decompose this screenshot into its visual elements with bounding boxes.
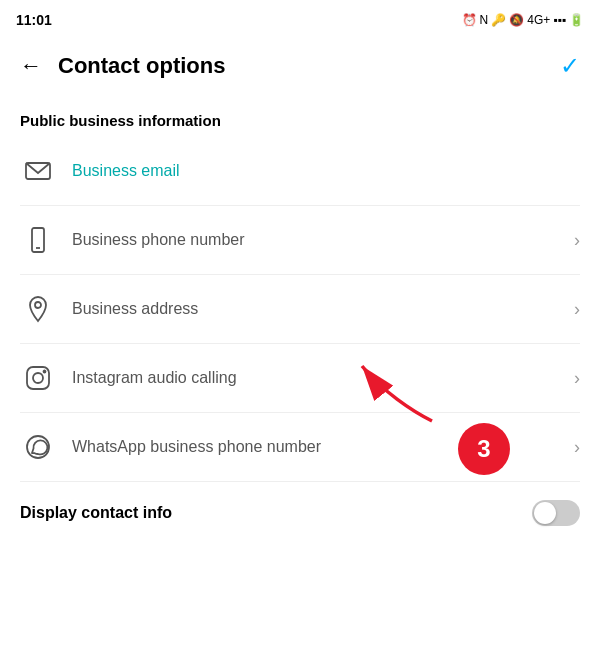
chevron-right-icon: ›: [574, 230, 580, 251]
confirm-button[interactable]: ✓: [560, 52, 580, 80]
status-time: 11:01: [16, 12, 52, 28]
display-contact-info-row[interactable]: Display contact info: [0, 482, 600, 544]
annotation-arrow: [352, 351, 452, 435]
status-icons: ⏰ N 🔑 🔕 4G+ ▪▪▪ 🔋: [462, 13, 584, 27]
toggle-thumb: [534, 502, 556, 524]
instagram-audio-label: Instagram audio calling: [72, 369, 574, 387]
section-label-public: Public business information: [0, 96, 600, 137]
list-item-business-email[interactable]: Business email: [0, 137, 600, 205]
annotation-number-3: 3: [458, 423, 510, 475]
page-title: Contact options: [58, 53, 560, 79]
business-email-label: Business email: [72, 162, 580, 180]
whatsapp-icon: [20, 429, 56, 465]
display-contact-info-toggle[interactable]: [532, 500, 580, 526]
email-icon: [20, 153, 56, 189]
chevron-right-icon-2: ›: [574, 299, 580, 320]
list-item-business-address[interactable]: Business address ›: [0, 275, 600, 343]
instagram-icon: [20, 360, 56, 396]
header: ← Contact options ✓: [0, 36, 600, 96]
chevron-right-icon-3: ›: [574, 368, 580, 389]
business-address-label: Business address: [72, 300, 574, 318]
list-item-whatsapp-phone[interactable]: WhatsApp business phone number ›: [0, 413, 600, 481]
location-icon: [20, 291, 56, 327]
list-item-instagram-audio[interactable]: Instagram audio calling ›: [0, 344, 600, 412]
phone-icon: [20, 222, 56, 258]
list-item-business-phone[interactable]: Business phone number ›: [0, 206, 600, 274]
chevron-right-icon-4: ›: [574, 437, 580, 458]
display-contact-info-label: Display contact info: [20, 504, 172, 522]
business-phone-label: Business phone number: [72, 231, 574, 249]
svg-point-6: [44, 371, 46, 373]
status-bar: 11:01 ⏰ N 🔑 🔕 4G+ ▪▪▪ 🔋: [0, 0, 600, 36]
svg-point-5: [33, 373, 43, 383]
svg-point-3: [35, 302, 41, 308]
back-button[interactable]: ←: [20, 53, 42, 79]
